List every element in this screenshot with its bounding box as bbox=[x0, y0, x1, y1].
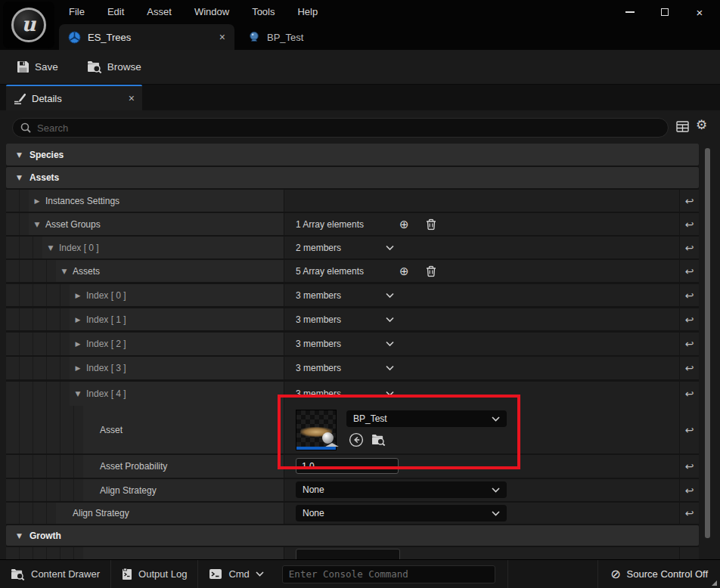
search-input[interactable] bbox=[37, 122, 660, 134]
reset-button[interactable]: ↩ bbox=[679, 357, 699, 379]
save-label: Save bbox=[35, 61, 58, 73]
console-command-input[interactable] bbox=[282, 565, 495, 583]
reset-icon: ↩ bbox=[685, 507, 694, 519]
value-dropdown-button[interactable] bbox=[386, 366, 394, 371]
row-index-1: ▶ Index [ 1 ] 3 members ↩ bbox=[6, 308, 699, 330]
maximize-button[interactable] bbox=[647, 0, 682, 24]
reset-button[interactable]: ↩ bbox=[679, 479, 699, 501]
menu-edit[interactable]: Edit bbox=[96, 0, 135, 24]
menu-file[interactable]: File bbox=[57, 0, 96, 24]
details-close-icon[interactable]: × bbox=[129, 92, 135, 104]
reset-icon: ↩ bbox=[685, 388, 694, 400]
expand-down-icon[interactable]: ▼ bbox=[70, 390, 86, 398]
expand-down-icon[interactable]: ▼ bbox=[17, 174, 22, 181]
chevron-down-icon bbox=[386, 292, 394, 298]
tab-bp-test[interactable]: BP_Test bbox=[241, 24, 339, 50]
maximize-icon bbox=[661, 8, 669, 16]
delete-elements-button[interactable] bbox=[426, 265, 436, 277]
content-drawer-label: Content Drawer bbox=[31, 568, 100, 580]
row-label: Asset bbox=[100, 425, 123, 435]
reset-icon: ↩ bbox=[685, 265, 694, 277]
reset-button[interactable]: ↩ bbox=[679, 260, 699, 282]
row-label: Align Strategy bbox=[100, 485, 157, 496]
panel-tab-well: Details × bbox=[0, 85, 720, 110]
search-box[interactable] bbox=[12, 118, 669, 138]
row-label: Index [ 3 ] bbox=[86, 363, 126, 373]
reset-button[interactable]: ↩ bbox=[679, 333, 699, 355]
align-strategy-dropdown[interactable]: None bbox=[296, 481, 507, 498]
settings-button[interactable]: ⚙ bbox=[696, 119, 707, 132]
expand-down-icon[interactable]: ▼ bbox=[42, 244, 59, 252]
resize-notch-icon bbox=[712, 580, 717, 586]
panel-scrollbar[interactable] bbox=[705, 148, 710, 538]
menu-asset[interactable]: Asset bbox=[135, 0, 183, 24]
reset-button[interactable]: ↩ bbox=[679, 237, 699, 258]
reset-icon: ↩ bbox=[685, 218, 694, 231]
property-grid: ▼ Species ▼ Assets ▶ Instances Settings … bbox=[6, 144, 699, 559]
reset-button[interactable]: ↩ bbox=[679, 455, 699, 478]
asset-sphere-icon bbox=[68, 31, 81, 44]
expand-right-icon[interactable]: ▶ bbox=[70, 316, 86, 323]
expand-right-icon[interactable]: ▶ bbox=[70, 340, 86, 348]
content-drawer-button[interactable]: Content Drawer bbox=[0, 560, 110, 588]
delete-elements-button[interactable] bbox=[426, 218, 436, 230]
reset-button[interactable]: ↩ bbox=[679, 308, 699, 330]
reset-icon: ↩ bbox=[685, 314, 694, 326]
value-dropdown-button[interactable] bbox=[386, 317, 394, 322]
expand-right-icon[interactable]: ▶ bbox=[70, 364, 86, 372]
expand-down-icon[interactable]: ▼ bbox=[17, 151, 22, 159]
close-button[interactable]: × bbox=[682, 0, 717, 24]
chevron-down-icon bbox=[386, 245, 394, 250]
row-index-0: ▶ Index [ 0 ] 3 members ↩ bbox=[6, 284, 699, 306]
expand-right-icon[interactable]: ▶ bbox=[29, 197, 45, 205]
category-species[interactable]: ▼ Species bbox=[6, 144, 699, 166]
display-mode-button[interactable] bbox=[676, 121, 689, 132]
browse-label: Browse bbox=[107, 61, 141, 73]
terminal-icon bbox=[209, 568, 222, 580]
expand-down-icon[interactable]: ▼ bbox=[29, 221, 45, 228]
minimize-button[interactable] bbox=[613, 0, 647, 24]
reset-icon: ↩ bbox=[685, 338, 694, 350]
trash-icon bbox=[426, 265, 436, 277]
save-button[interactable]: Save bbox=[9, 60, 66, 73]
expand-right-icon[interactable]: ▶ bbox=[70, 292, 86, 299]
reset-button[interactable]: ↩ bbox=[679, 213, 699, 235]
members-text: 3 members bbox=[296, 363, 341, 373]
reset-button[interactable]: ↩ bbox=[679, 406, 699, 453]
reset-button[interactable]: ↩ bbox=[679, 190, 699, 212]
expand-down-icon[interactable]: ▼ bbox=[56, 268, 73, 275]
reset-icon: ↩ bbox=[685, 195, 694, 207]
add-element-button[interactable]: ⊕ bbox=[399, 218, 409, 231]
unreal-logo[interactable]: u bbox=[3, 2, 54, 48]
category-assets[interactable]: ▼ Assets bbox=[6, 167, 699, 188]
row-instances-settings: ▶ Instances Settings ↩ bbox=[6, 190, 699, 212]
expand-down-icon[interactable]: ▼ bbox=[17, 532, 22, 540]
tab-close-icon[interactable]: × bbox=[219, 31, 225, 43]
row-asset-groups: ▼ Asset Groups 1 Array elements ⊕ ↩ bbox=[6, 213, 699, 235]
row-align-strategy-outer: Align Strategy None ↩ bbox=[6, 503, 699, 524]
source-control-button[interactable]: ⊘ Source Control Off bbox=[598, 560, 720, 588]
cmd-button[interactable]: Cmd bbox=[198, 560, 274, 588]
details-tab[interactable]: Details × bbox=[6, 85, 142, 110]
row-partial-clipped bbox=[6, 547, 699, 559]
add-element-button[interactable]: ⊕ bbox=[399, 265, 409, 278]
reset-button[interactable]: ↩ bbox=[679, 382, 699, 406]
row-label: Index [ 1 ] bbox=[86, 314, 126, 325]
menu-tools[interactable]: Tools bbox=[241, 0, 286, 24]
value-dropdown-button[interactable] bbox=[386, 292, 394, 298]
tab-es-trees[interactable]: ES_Trees × bbox=[59, 24, 234, 50]
cmd-label: Cmd bbox=[228, 568, 249, 580]
source-control-label: Source Control Off bbox=[627, 568, 708, 580]
combo-value: None bbox=[303, 484, 324, 495]
align-strategy-dropdown[interactable]: None bbox=[296, 505, 507, 521]
reset-button[interactable]: ↩ bbox=[679, 284, 699, 306]
value-dropdown-button[interactable] bbox=[386, 342, 394, 347]
clipped-value-input[interactable] bbox=[296, 549, 400, 559]
output-log-button[interactable]: Output Log bbox=[111, 560, 197, 588]
menu-help[interactable]: Help bbox=[286, 0, 329, 24]
menu-window[interactable]: Window bbox=[183, 0, 241, 24]
browse-button[interactable]: Browse bbox=[79, 60, 149, 73]
category-growth[interactable]: ▼ Growth bbox=[6, 525, 699, 546]
reset-button[interactable]: ↩ bbox=[679, 503, 699, 524]
value-dropdown-button[interactable] bbox=[386, 245, 394, 250]
